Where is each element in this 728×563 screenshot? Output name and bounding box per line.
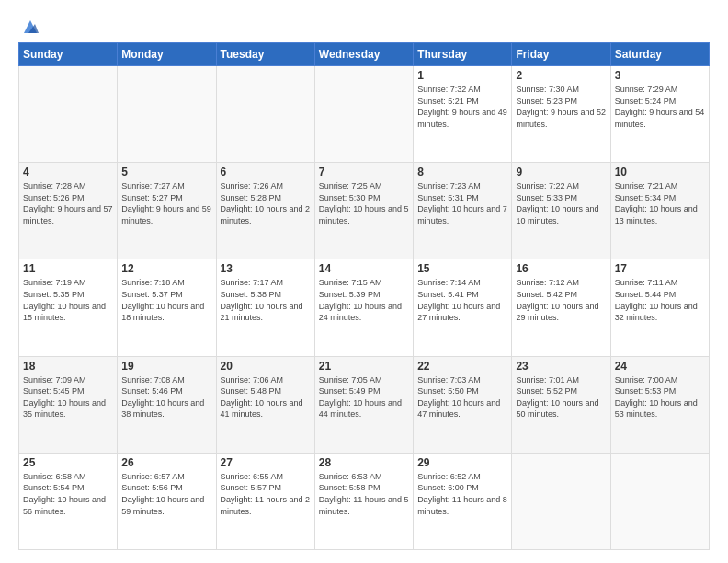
- day-number: 25: [23, 456, 113, 469]
- day-number: 24: [615, 360, 705, 373]
- day-number: 7: [319, 166, 409, 178]
- day-number: 10: [615, 166, 705, 178]
- day-info: Sunrise: 7:25 AMSunset: 5:30 PMDaylight:…: [319, 180, 409, 226]
- day-info: Sunrise: 7:06 AMSunset: 5:48 PMDaylight:…: [221, 374, 311, 420]
- logo: [18, 20, 40, 37]
- day-info: Sunrise: 6:55 AMSunset: 5:57 PMDaylight:…: [221, 471, 311, 517]
- calendar-cell: 27Sunrise: 6:55 AMSunset: 5:57 PMDayligh…: [216, 453, 314, 549]
- calendar-cell: 24Sunrise: 7:00 AMSunset: 5:53 PMDayligh…: [610, 356, 709, 453]
- day-info: Sunrise: 7:17 AMSunset: 5:38 PMDaylight:…: [221, 277, 311, 323]
- calendar-cell: 13Sunrise: 7:17 AMSunset: 5:38 PMDayligh…: [216, 259, 314, 356]
- calendar-cell: [216, 66, 314, 163]
- weekday-header-thursday: Thursday: [414, 43, 512, 66]
- calendar-cell: 6Sunrise: 7:26 AMSunset: 5:28 PMDaylight…: [216, 163, 314, 259]
- day-info: Sunrise: 7:15 AMSunset: 5:39 PMDaylight:…: [319, 277, 409, 323]
- calendar-week-row: 11Sunrise: 7:19 AMSunset: 5:35 PMDayligh…: [19, 259, 710, 356]
- day-number: 2: [516, 69, 606, 82]
- calendar-cell: 1Sunrise: 7:32 AMSunset: 5:21 PMDaylight…: [414, 66, 512, 163]
- day-info: Sunrise: 7:30 AMSunset: 5:23 PMDaylight:…: [516, 84, 606, 130]
- day-number: 16: [516, 262, 606, 275]
- day-info: Sunrise: 7:09 AMSunset: 5:45 PMDaylight:…: [23, 374, 113, 420]
- calendar-cell: 2Sunrise: 7:30 AMSunset: 5:23 PMDaylight…: [512, 66, 610, 163]
- day-number: 21: [319, 360, 409, 373]
- weekday-header-monday: Monday: [118, 43, 216, 66]
- calendar-week-row: 4Sunrise: 7:28 AMSunset: 5:26 PMDaylight…: [19, 163, 710, 259]
- calendar-cell: 7Sunrise: 7:25 AMSunset: 5:30 PMDaylight…: [314, 163, 413, 259]
- calendar-week-row: 1Sunrise: 7:32 AMSunset: 5:21 PMDaylight…: [19, 66, 710, 163]
- calendar-cell: [610, 453, 709, 549]
- weekday-header-wednesday: Wednesday: [314, 43, 413, 66]
- day-number: 18: [23, 360, 113, 373]
- day-info: Sunrise: 7:23 AMSunset: 5:31 PMDaylight:…: [417, 180, 507, 226]
- calendar-cell: 9Sunrise: 7:22 AMSunset: 5:33 PMDaylight…: [512, 163, 610, 259]
- calendar-cell: 3Sunrise: 7:29 AMSunset: 5:24 PMDaylight…: [610, 66, 709, 163]
- calendar-cell: 8Sunrise: 7:23 AMSunset: 5:31 PMDaylight…: [414, 163, 512, 259]
- day-number: 27: [221, 456, 311, 469]
- day-number: 5: [121, 166, 211, 178]
- day-info: Sunrise: 7:03 AMSunset: 5:50 PMDaylight:…: [417, 374, 507, 420]
- calendar-cell: 5Sunrise: 7:27 AMSunset: 5:27 PMDaylight…: [118, 163, 216, 259]
- day-info: Sunrise: 6:57 AMSunset: 5:56 PMDaylight:…: [121, 471, 211, 517]
- day-info: Sunrise: 7:32 AMSunset: 5:21 PMDaylight:…: [417, 84, 507, 130]
- day-number: 8: [417, 166, 507, 178]
- calendar-cell: 15Sunrise: 7:14 AMSunset: 5:41 PMDayligh…: [414, 259, 512, 356]
- logo-icon: [20, 17, 40, 37]
- calendar-cell: 18Sunrise: 7:09 AMSunset: 5:45 PMDayligh…: [19, 356, 118, 453]
- day-number: 29: [417, 456, 507, 469]
- weekday-header-sunday: Sunday: [19, 43, 118, 66]
- day-number: 11: [23, 262, 113, 275]
- day-info: Sunrise: 7:19 AMSunset: 5:35 PMDaylight:…: [23, 277, 113, 323]
- day-info: Sunrise: 6:58 AMSunset: 5:54 PMDaylight:…: [23, 471, 113, 517]
- calendar-cell: [118, 66, 216, 163]
- calendar-cell: 4Sunrise: 7:28 AMSunset: 5:26 PMDaylight…: [19, 163, 118, 259]
- calendar-cell: 16Sunrise: 7:12 AMSunset: 5:42 PMDayligh…: [512, 259, 610, 356]
- calendar-cell: 20Sunrise: 7:06 AMSunset: 5:48 PMDayligh…: [216, 356, 314, 453]
- calendar-cell: 21Sunrise: 7:05 AMSunset: 5:49 PMDayligh…: [314, 356, 413, 453]
- day-number: 23: [516, 360, 606, 373]
- day-number: 14: [319, 262, 409, 275]
- weekday-header-friday: Friday: [512, 43, 610, 66]
- weekday-header-tuesday: Tuesday: [216, 43, 314, 66]
- day-info: Sunrise: 7:14 AMSunset: 5:41 PMDaylight:…: [417, 277, 507, 323]
- header: [18, 17, 710, 37]
- day-info: Sunrise: 7:29 AMSunset: 5:24 PMDaylight:…: [615, 84, 705, 130]
- day-number: 19: [121, 360, 211, 373]
- day-info: Sunrise: 6:53 AMSunset: 5:58 PMDaylight:…: [319, 471, 409, 517]
- day-info: Sunrise: 7:08 AMSunset: 5:46 PMDaylight:…: [121, 374, 211, 420]
- day-number: 6: [221, 166, 311, 178]
- day-number: 12: [121, 262, 211, 275]
- calendar-cell: 28Sunrise: 6:53 AMSunset: 5:58 PMDayligh…: [314, 453, 413, 549]
- day-info: Sunrise: 7:11 AMSunset: 5:44 PMDaylight:…: [615, 277, 705, 323]
- calendar-cell: [512, 453, 610, 549]
- day-number: 1: [417, 69, 507, 82]
- day-number: 26: [121, 456, 211, 469]
- day-info: Sunrise: 7:05 AMSunset: 5:49 PMDaylight:…: [319, 374, 409, 420]
- day-number: 15: [417, 262, 507, 275]
- calendar-week-row: 18Sunrise: 7:09 AMSunset: 5:45 PMDayligh…: [19, 356, 710, 453]
- calendar-cell: 22Sunrise: 7:03 AMSunset: 5:50 PMDayligh…: [414, 356, 512, 453]
- day-number: 9: [516, 166, 606, 178]
- day-number: 3: [615, 69, 705, 82]
- calendar-table: SundayMondayTuesdayWednesdayThursdayFrid…: [18, 42, 710, 550]
- calendar-cell: 23Sunrise: 7:01 AMSunset: 5:52 PMDayligh…: [512, 356, 610, 453]
- calendar-week-row: 25Sunrise: 6:58 AMSunset: 5:54 PMDayligh…: [19, 453, 710, 549]
- day-number: 28: [319, 456, 409, 469]
- calendar-cell: [314, 66, 413, 163]
- weekday-header-row: SundayMondayTuesdayWednesdayThursdayFrid…: [19, 43, 710, 66]
- day-info: Sunrise: 7:28 AMSunset: 5:26 PMDaylight:…: [23, 180, 113, 226]
- day-info: Sunrise: 7:27 AMSunset: 5:27 PMDaylight:…: [121, 180, 211, 226]
- day-number: 22: [417, 360, 507, 373]
- calendar-cell: 14Sunrise: 7:15 AMSunset: 5:39 PMDayligh…: [314, 259, 413, 356]
- day-number: 4: [23, 166, 113, 178]
- day-info: Sunrise: 7:26 AMSunset: 5:28 PMDaylight:…: [221, 180, 311, 226]
- calendar-cell: 26Sunrise: 6:57 AMSunset: 5:56 PMDayligh…: [118, 453, 216, 549]
- calendar-cell: [19, 66, 118, 163]
- day-info: Sunrise: 6:52 AMSunset: 6:00 PMDaylight:…: [417, 471, 507, 517]
- day-number: 20: [221, 360, 311, 373]
- calendar-cell: 12Sunrise: 7:18 AMSunset: 5:37 PMDayligh…: [118, 259, 216, 356]
- calendar-cell: 25Sunrise: 6:58 AMSunset: 5:54 PMDayligh…: [19, 453, 118, 549]
- day-info: Sunrise: 7:00 AMSunset: 5:53 PMDaylight:…: [615, 374, 705, 420]
- calendar-cell: 17Sunrise: 7:11 AMSunset: 5:44 PMDayligh…: [610, 259, 709, 356]
- day-info: Sunrise: 7:22 AMSunset: 5:33 PMDaylight:…: [516, 180, 606, 226]
- calendar-cell: 29Sunrise: 6:52 AMSunset: 6:00 PMDayligh…: [414, 453, 512, 549]
